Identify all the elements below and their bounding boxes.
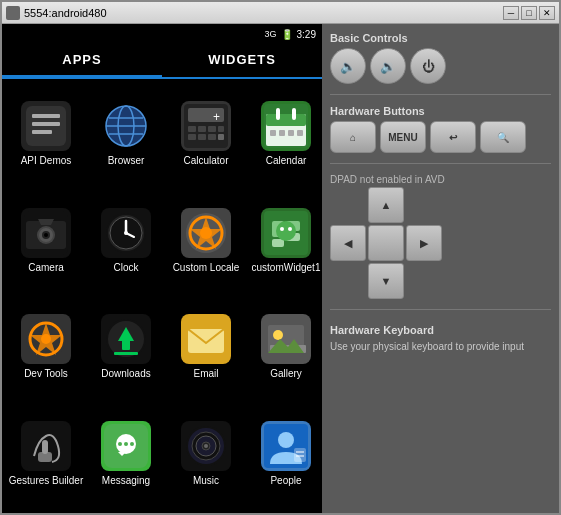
app-gallery[interactable]: Gallery — [246, 296, 322, 386]
svg-rect-24 — [276, 108, 280, 120]
dpad-container: ▲ ◀ ▶ ▼ — [330, 187, 551, 299]
app-email[interactable]: Email — [166, 296, 246, 386]
right-panel: Basic Controls 🔈 🔉 ⏻ Hardware Buttons ⌂ … — [322, 24, 559, 513]
battery-icon: 🔋 — [281, 29, 293, 40]
dpad-section: DPAD not enabled in AVD ▲ ◀ ▶ ▼ — [330, 174, 551, 299]
title-bar: 5554:android480 ─ □ ✕ — [2, 2, 559, 24]
android-panel: 3G 🔋 3:29 APPS WIDGETS — [2, 24, 322, 513]
basic-controls-section: Basic Controls 🔈 🔉 ⏻ — [330, 32, 551, 84]
dpad-note: DPAD not enabled in AVD — [330, 174, 551, 185]
app-custom-locale[interactable]: Custom Locale — [166, 190, 246, 280]
power-button[interactable]: ⏻ — [410, 48, 446, 84]
app-clock[interactable]: Clock — [86, 190, 166, 280]
messaging-icon — [101, 421, 151, 471]
downloads-label: Downloads — [101, 368, 150, 380]
svg-point-85 — [204, 444, 208, 448]
svg-rect-23 — [266, 114, 306, 126]
dpad-down-button[interactable]: ▼ — [368, 263, 404, 299]
svg-point-87 — [278, 432, 294, 448]
svg-point-36 — [44, 233, 48, 237]
minimize-button[interactable]: ─ — [503, 6, 519, 20]
email-icon — [181, 314, 231, 364]
dpad-up-button[interactable]: ▲ — [368, 187, 404, 223]
svg-point-78 — [130, 442, 134, 446]
app-calculator[interactable]: + Calculator — [166, 83, 246, 173]
keyboard-section: Hardware Keyboard Use your physical keyb… — [330, 324, 551, 354]
tabs-row: APPS WIDGETS — [2, 44, 322, 79]
calculator-icon: + — [181, 101, 231, 151]
browser-label: Browser — [108, 155, 145, 167]
dpad-right-button[interactable]: ▶ — [406, 225, 442, 261]
app-api-demos[interactable]: API Demos — [6, 83, 86, 173]
svg-rect-2 — [32, 122, 60, 126]
dpad-empty-bottomleft — [330, 263, 366, 299]
divider-1 — [330, 94, 551, 95]
app-gestures[interactable]: Gestures Builder — [6, 403, 86, 493]
volume-up-button[interactable]: 🔉 — [370, 48, 406, 84]
app-dev-tools[interactable]: Dev Tools — [6, 296, 86, 386]
calculator-label: Calculator — [183, 155, 228, 167]
app-messaging[interactable]: Messaging — [86, 403, 166, 493]
calendar-label: Calendar — [266, 155, 307, 167]
dpad-empty-bottomright — [406, 263, 442, 299]
tab-apps[interactable]: APPS — [2, 44, 162, 77]
divider-3 — [330, 309, 551, 310]
search-button[interactable]: 🔍 — [480, 121, 526, 153]
app-calendar[interactable]: Calendar — [246, 83, 322, 173]
back-button[interactable]: ↩ — [430, 121, 476, 153]
svg-rect-20 — [218, 134, 224, 140]
downloads-icon — [101, 314, 151, 364]
svg-point-69 — [273, 330, 283, 340]
svg-point-77 — [124, 442, 128, 446]
app-browser[interactable]: Browser — [86, 83, 166, 173]
svg-rect-17 — [188, 134, 196, 140]
dpad-empty-topright — [406, 187, 442, 223]
android-status-bar: 3G 🔋 3:29 — [2, 24, 322, 44]
window-title: 5554:android480 — [24, 7, 503, 19]
app-camera[interactable]: Camera — [6, 190, 86, 280]
dpad-center-button[interactable] — [368, 225, 404, 261]
svg-point-53 — [280, 227, 284, 231]
app-downloads[interactable]: Downloads — [86, 296, 166, 386]
app-music[interactable]: Music — [166, 403, 246, 493]
menu-button[interactable]: MENU — [380, 121, 426, 153]
svg-rect-19 — [208, 134, 216, 140]
svg-rect-14 — [198, 126, 206, 132]
window-icon — [6, 6, 20, 20]
music-icon — [181, 421, 231, 471]
basic-controls-row: 🔈 🔉 ⏻ — [330, 48, 551, 84]
dev-tools-icon — [21, 314, 71, 364]
camera-icon — [21, 208, 71, 258]
people-label: People — [270, 475, 301, 487]
window-controls: ─ □ ✕ — [503, 6, 555, 20]
calendar-icon — [261, 101, 311, 151]
svg-rect-88 — [294, 448, 306, 462]
gallery-label: Gallery — [270, 368, 302, 380]
signal-indicator: 3G — [265, 29, 277, 39]
browser-icon — [101, 101, 151, 151]
maximize-button[interactable]: □ — [521, 6, 537, 20]
svg-point-54 — [288, 227, 292, 231]
volume-down-button[interactable]: 🔈 — [330, 48, 366, 84]
svg-point-52 — [276, 221, 296, 241]
svg-rect-13 — [188, 126, 196, 132]
svg-rect-1 — [32, 114, 60, 118]
app-custom-widget[interactable]: customWidget1 — [246, 190, 322, 280]
tab-widgets[interactable]: WIDGETS — [162, 44, 322, 77]
close-button[interactable]: ✕ — [539, 6, 555, 20]
svg-point-58 — [41, 334, 51, 344]
dpad-left-button[interactable]: ◀ — [330, 225, 366, 261]
messaging-label: Messaging — [102, 475, 150, 487]
hardware-buttons-title: Hardware Buttons — [330, 105, 551, 117]
svg-rect-28 — [288, 130, 294, 136]
svg-point-42 — [124, 231, 128, 235]
apps-grid: API Demos Browser — [2, 79, 322, 513]
clock-icon — [101, 208, 151, 258]
music-label: Music — [193, 475, 219, 487]
svg-rect-27 — [279, 130, 285, 136]
svg-rect-18 — [198, 134, 206, 140]
home-button[interactable]: ⌂ — [330, 121, 376, 153]
svg-rect-16 — [218, 126, 224, 132]
hardware-buttons-row: ⌂ MENU ↩ 🔍 — [330, 121, 551, 153]
app-people[interactable]: People — [246, 403, 322, 493]
